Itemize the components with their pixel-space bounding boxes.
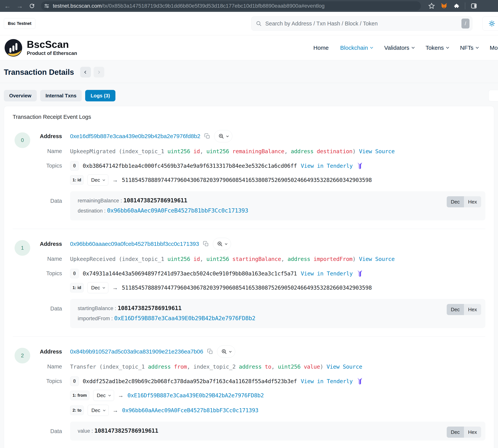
data-value: 1081473825786919611 [123, 197, 187, 204]
chrome-separator [465, 2, 465, 9]
dec-hex-toggle: Dec Hex [447, 427, 481, 438]
signature-segment: importedFrom [314, 256, 352, 262]
data-rows: remainingBalance : 1081473825786919611 d… [78, 197, 478, 214]
data-value-address-link[interactable]: 0xE16Df59B887e3Caa439E0b29B42bA2e7976FD8… [114, 315, 255, 321]
topic-item: 0 0x74931a144e43a50694897f241d973aecb502… [70, 269, 372, 278]
metamask-icon[interactable] [440, 2, 448, 10]
back-icon[interactable]: ← [4, 3, 11, 9]
signature-segment: , index_topic_2 [187, 364, 239, 370]
view-in-tenderly-link[interactable]: View in Tenderly [301, 270, 352, 277]
search-input[interactable] [265, 20, 458, 27]
arrow-right-icon: → [118, 392, 124, 399]
network-badge[interactable]: Bsc Testnet [4, 18, 35, 29]
tab-overview[interactable]: Overview [4, 90, 37, 101]
dec-toggle-button[interactable]: Dec [447, 196, 464, 207]
chevron-right-icon [97, 71, 100, 74]
topic-value-address-link[interactable]: 0xE16Df59B887e3Caa439E0b29B42bA2e7976FD8… [128, 392, 264, 399]
reload-icon[interactable] [29, 3, 35, 9]
address-zoom-dropdown[interactable] [217, 345, 235, 358]
data-field-separator: : [113, 305, 118, 311]
event-logs: 0 Address 0xe16df59b887e3caa439e0b29b42b… [13, 130, 485, 441]
copy-address-button[interactable] [204, 133, 210, 139]
copy-address-button[interactable] [207, 349, 213, 355]
view-source-link[interactable]: View Source [359, 148, 395, 155]
next-tx-button[interactable] [94, 67, 104, 78]
signature-segment: , [271, 364, 278, 370]
view-in-tenderly-link[interactable]: View in Tenderly [301, 163, 352, 169]
bscscan-logo[interactable]: BscScan Product of Etherscan [4, 38, 77, 57]
topic-index-badge: 2: to [70, 405, 84, 415]
view-source-link[interactable]: View Source [359, 256, 395, 262]
data-label: Data [13, 299, 70, 312]
data-field: importedFrom : 0xE16Df59B887e3Caa439E0b2… [78, 315, 478, 321]
data-field-separator: : [103, 208, 107, 214]
address-zoom-dropdown[interactable] [213, 238, 231, 250]
nav-blockchain[interactable]: Blockchain [340, 45, 373, 51]
topic-item: 1: from Dec → 0xE16Df59B887e3Caa439E0b29… [70, 390, 363, 401]
address-zoom-dropdown[interactable] [214, 130, 232, 142]
copy-address-button[interactable] [203, 241, 209, 247]
arrow-right-icon: → [112, 285, 118, 291]
topic-encoding-dropdown[interactable]: Dec [93, 390, 114, 401]
magnifier-plus-icon [221, 349, 227, 355]
view-source-link[interactable]: View Source [327, 364, 362, 370]
dec-toggle-button[interactable]: Dec [447, 427, 464, 438]
data-field-name: importedFrom [78, 316, 110, 321]
tab-internal-txns[interactable]: Internal Txns [40, 90, 82, 101]
hex-toggle-button[interactable]: Hex [464, 427, 481, 438]
bookmark-star-icon[interactable] [428, 2, 435, 9]
extensions-icon[interactable] [453, 3, 460, 9]
contract-address-link[interactable]: 0xe16df59b887e3caa439e0b29b42ba2e7976fd8… [70, 133, 200, 140]
theme-toggle-button[interactable] [482, 16, 498, 31]
contract-address-link[interactable]: 0x96bb60aaaec09a0fceb4527b81bbf3cc0c1713… [70, 241, 199, 247]
view-in-tenderly-link[interactable]: View in Tenderly [301, 378, 352, 384]
nav-nfts[interactable]: NFTs [460, 45, 478, 51]
name-row: Name UpkeepReceived (index_topic_1 uint2… [13, 254, 485, 262]
site-settings-icon[interactable] [44, 3, 50, 9]
site-header: BscScan Product of Etherscan Home Blockc… [0, 35, 498, 60]
signature-segment: UpkeepMigrated (index_topic_1 [70, 148, 167, 155]
nav-tokens[interactable]: Tokens [426, 45, 449, 51]
signature-segment: , [200, 256, 206, 262]
topics-label: Topics [13, 161, 70, 169]
address-row: Address 0x84b9b910527ad5c03a9ca831909e21… [13, 345, 485, 358]
signature-segment: ) [352, 148, 359, 155]
signature-segment: destination [317, 148, 352, 155]
chevron-down-icon [412, 46, 415, 48]
dec-toggle-button[interactable]: Dec [447, 304, 464, 315]
topics-row: Topics 0 0xb38647142fbb1ea4c000fc4569b37… [13, 161, 485, 186]
nav-validators[interactable]: Validators [384, 45, 414, 51]
topic-encoding-dropdown[interactable]: Dec [87, 175, 108, 186]
data-field: remainingBalance : 1081473825786919611 [78, 197, 478, 204]
forward-icon[interactable]: → [17, 3, 23, 9]
topic-encoding-dropdown[interactable]: Dec [87, 282, 108, 293]
chevron-down-icon [108, 394, 111, 396]
tab-bar-overflow-button[interactable] [488, 90, 498, 101]
signature-segment: uint256 [206, 256, 229, 262]
hex-toggle-button[interactable]: Hex [464, 304, 481, 315]
signature-segment: ) [320, 364, 327, 370]
signature-segment: , [284, 148, 291, 155]
sun-icon [488, 20, 495, 27]
signature-segment [190, 148, 194, 155]
sidebar-icon[interactable] [471, 3, 477, 9]
hex-toggle-button[interactable]: Hex [464, 196, 481, 207]
dec-hex-toggle: Dec Hex [447, 196, 481, 207]
contract-address-link[interactable]: 0x84b9b910527ad5c03a9ca831909e21e236ea7b… [70, 348, 203, 355]
topic-value-address-link[interactable]: 0x96bb60aAAec09A0FceB4527b81bbF3Cc0c1713… [122, 407, 258, 414]
event-signature: Transfer (index_topic_1 address from, in… [70, 362, 362, 370]
data-value-address-link[interactable]: 0x96bb60aAAec09A0FceB4527b81bbF3Cc0c1713… [107, 207, 248, 214]
data-field-separator: : [110, 316, 114, 321]
section-title: Transaction Receipt Event Logs [13, 114, 485, 120]
nav-more[interactable]: More [490, 45, 498, 51]
topic-encoding-dropdown[interactable]: Dec [88, 405, 109, 416]
nav-home[interactable]: Home [313, 45, 329, 51]
chevron-down-icon [225, 242, 227, 245]
event-signature: UpkeepReceived (index_topic_1 uint256 id… [70, 254, 395, 262]
signature-segment: id [193, 148, 200, 155]
prev-tx-button[interactable] [80, 67, 91, 78]
signature-segment: address [287, 256, 310, 262]
tab-logs[interactable]: Logs (3) [85, 90, 115, 101]
topic-item: 1: id Dec → 5118545788897447796043067820… [70, 282, 372, 293]
url-bar[interactable]: testnet.bscscan.com/tx/0x85b3a147518719d… [41, 1, 421, 11]
